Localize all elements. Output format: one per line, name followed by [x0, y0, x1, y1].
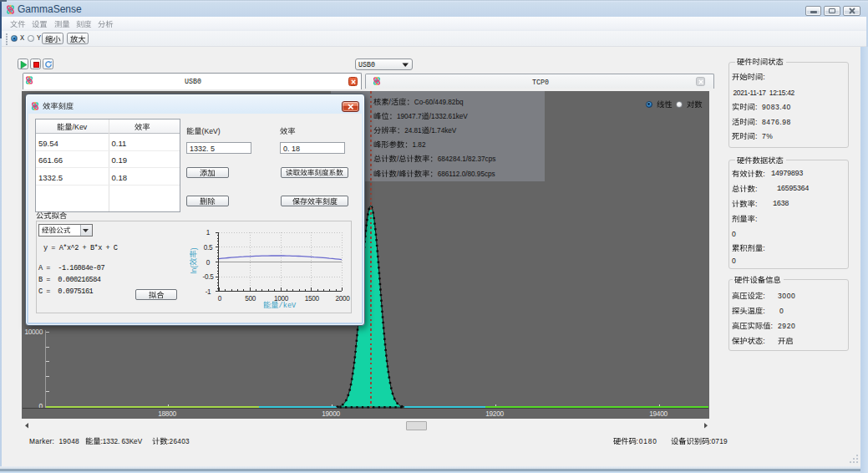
svg-text:0: 0	[732, 230, 736, 238]
svg-text:/1.74keV: /1.74keV	[429, 127, 457, 135]
svg-text:/Kev: /Kev	[72, 123, 87, 131]
svg-text:Co-60/449.82bq: Co-60/449.82bq	[414, 99, 464, 106]
svg-text:1.82: 1.82	[413, 141, 426, 149]
svg-text:24.81: 24.81	[404, 127, 422, 135]
svg-text:/1332.61keV: /1332.61keV	[429, 113, 469, 120]
svg-text:ln(: ln(	[189, 266, 197, 274]
svg-text::: :	[755, 185, 757, 193]
svg-text::: :	[755, 103, 757, 111]
svg-text:/: /	[397, 170, 399, 178]
svg-text::: :	[755, 118, 757, 126]
svg-text:684284.1/82.37cps: 684284.1/82.37cps	[438, 155, 496, 163]
svg-text:(KeV): (KeV)	[201, 127, 220, 135]
svg-text::: :	[755, 200, 757, 208]
svg-text::: :	[763, 170, 764, 178]
svg-text:/keV: /keV	[279, 302, 297, 310]
svg-text::: :	[763, 244, 764, 252]
svg-text::: :	[763, 73, 764, 81]
svg-text::: :	[763, 292, 764, 300]
svg-text:686112.0/80.95cps: 686112.0/80.95cps	[438, 170, 495, 178]
svg-text:/: /	[389, 99, 392, 106]
svg-text::: :	[763, 307, 764, 315]
svg-text::: :	[755, 132, 757, 140]
svg-text::: :	[763, 337, 764, 345]
svg-text::: :	[755, 215, 757, 223]
svg-text:): )	[189, 247, 197, 250]
svg-text:/: /	[397, 155, 399, 163]
svg-text:0: 0	[732, 257, 736, 265]
svg-text:19047.7: 19047.7	[397, 113, 422, 120]
svg-text::: :	[771, 322, 773, 330]
